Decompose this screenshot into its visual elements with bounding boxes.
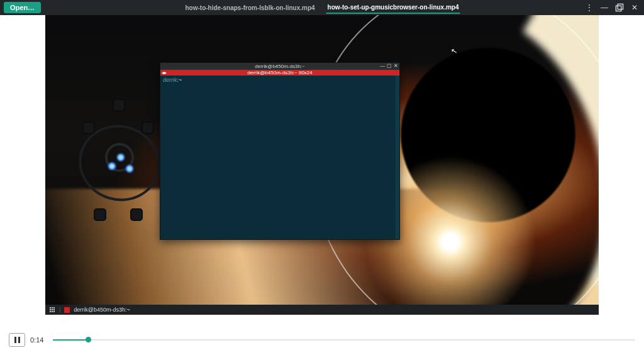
ship-graphic bbox=[79, 99, 160, 225]
terminal-title: derrik@b450m-ds3h:~ bbox=[255, 64, 305, 69]
minimize-icon[interactable]: — bbox=[600, 3, 609, 12]
terminal-badge-icon: ◂▸ bbox=[162, 70, 167, 76]
terminal-window: derrik@b450m-ds3h:~ — ▢ ✕ ◂▸ derrik@b450… bbox=[160, 62, 400, 240]
terminal-redline-text: derrik@b450m-ds3h:~ 80x24 bbox=[247, 70, 313, 76]
tab-video-2[interactable]: how-to-set-up-gmusicbrowser-on-linux.mp4 bbox=[326, 1, 460, 14]
terminal-red-bar: ◂▸ derrik@b450m-ds3h:~ 80x24 bbox=[160, 70, 399, 76]
captured-taskbar: | derrik@b450m-ds3h:~ bbox=[45, 305, 599, 315]
taskbar-app-icon bbox=[64, 307, 70, 313]
current-time: 0:14 bbox=[30, 336, 48, 344]
video-stage[interactable]: derrik@b450m-ds3h:~ — ▢ ✕ ◂▸ derrik@b450… bbox=[45, 15, 599, 315]
svg-rect-1 bbox=[618, 4, 623, 9]
svg-rect-0 bbox=[616, 6, 621, 11]
open-button[interactable]: Open… bbox=[4, 2, 41, 13]
app-titlebar: Open… how-to-hide-snaps-from-lsblk-on-li… bbox=[0, 0, 644, 15]
player-controls: 0:14 bbox=[0, 330, 644, 350]
terminal-body: derrik:~ bbox=[160, 76, 399, 239]
pause-icon bbox=[14, 337, 20, 343]
terminal-minimize-icon: — bbox=[380, 63, 385, 69]
seek-thumb[interactable] bbox=[86, 337, 91, 342]
taskbar-entry-label: derrik@b450m-ds3h:~ bbox=[74, 307, 130, 313]
terminal-titlebar: derrik@b450m-ds3h:~ — ▢ ✕ bbox=[160, 63, 399, 70]
seek-bar[interactable] bbox=[53, 339, 635, 341]
window-controls: ⋮ — ✕ bbox=[585, 3, 644, 12]
video-stage-wrapper: derrik@b450m-ds3h:~ — ▢ ✕ ◂▸ derrik@b450… bbox=[0, 15, 644, 330]
terminal-prompt-user: derrik bbox=[163, 77, 177, 83]
seek-fill bbox=[53, 339, 88, 341]
apps-grid-icon bbox=[49, 307, 55, 313]
pause-button[interactable] bbox=[9, 333, 25, 347]
terminal-prompt-path: ~ bbox=[179, 77, 182, 83]
terminal-maximize-icon: ▢ bbox=[387, 63, 392, 69]
maximize-icon[interactable] bbox=[615, 3, 624, 12]
seek-track bbox=[53, 339, 635, 341]
tab-strip: how-to-hide-snaps-from-lsblk-on-linux.mp… bbox=[184, 1, 460, 14]
more-icon[interactable]: ⋮ bbox=[585, 3, 594, 12]
tab-video-1[interactable]: how-to-hide-snaps-from-lsblk-on-linux.mp… bbox=[184, 2, 316, 13]
close-icon[interactable]: ✕ bbox=[630, 3, 639, 12]
terminal-close-icon: ✕ bbox=[394, 63, 398, 69]
